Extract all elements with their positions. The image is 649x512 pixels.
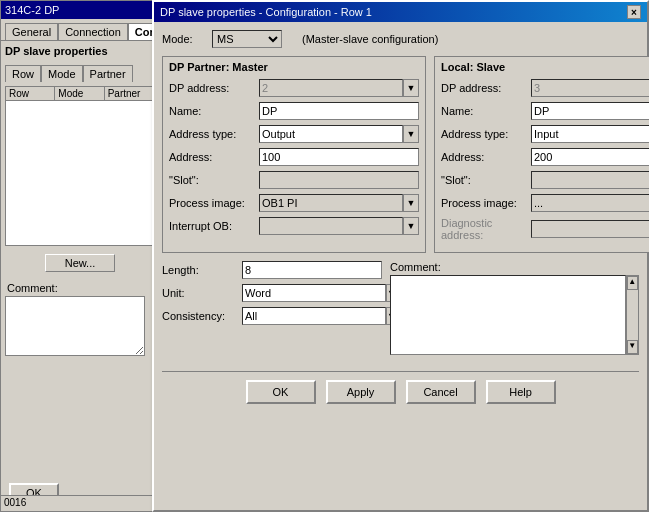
subtab-mode[interactable]: Mode <box>41 65 83 82</box>
mode-select[interactable]: MS <box>212 30 282 48</box>
slave-process-image-input[interactable] <box>531 194 649 212</box>
slave-name-input[interactable] <box>531 102 649 120</box>
unit-label: Unit: <box>162 287 242 299</box>
consistency-label: Consistency: <box>162 310 242 322</box>
local-slave-title: Local: Slave <box>441 61 649 73</box>
mode-label: Mode: <box>162 33 212 45</box>
master-address-row: Address: <box>169 148 419 166</box>
slave-process-image-wrap: ▼ <box>531 194 649 212</box>
master-dp-address-row: DP address: ▼ <box>169 79 419 97</box>
mode-description: (Master-slave configuration) <box>302 33 438 45</box>
comment-field[interactable] <box>390 275 626 355</box>
master-slot-row: "Slot": <box>169 171 419 189</box>
master-address-type-label: Address type: <box>169 128 259 140</box>
bg-table: Row Mode Partner <box>5 86 155 246</box>
tab-connection[interactable]: Connection <box>58 23 128 40</box>
master-interrupt-ob-label: Interrupt OB: <box>169 220 259 232</box>
dialog-titlebar: DP slave properties - Configuration - Ro… <box>154 2 647 22</box>
slave-diagnostic-address-label: Diagnostic address: <box>441 217 531 241</box>
slave-name-label: Name: <box>441 105 531 117</box>
scroll-up-btn[interactable]: ▲ <box>627 276 638 290</box>
dialog-title: DP slave properties - Configuration - Ro… <box>160 6 372 18</box>
dialog-body: Mode: MS (Master-slave configuration) DP… <box>154 22 647 412</box>
mode-row: Mode: MS (Master-slave configuration) <box>162 30 639 48</box>
slave-address-type-input[interactable] <box>531 125 649 143</box>
unit-input[interactable] <box>242 284 386 302</box>
col-mode: Mode <box>55 87 104 100</box>
master-address-type-input[interactable] <box>259 125 403 143</box>
master-slot-input[interactable] <box>259 171 419 189</box>
slave-diagnostic-address-row: Diagnostic address: <box>441 217 649 241</box>
slave-dp-address-row: DP address: <box>441 79 649 97</box>
master-process-image-wrap: ▼ <box>259 194 419 212</box>
background-window: 314C-2 DP General Connection Confi DP sl… <box>0 0 160 512</box>
master-interrupt-ob-dropdown[interactable]: ▼ <box>403 217 419 235</box>
action-buttons: OK Apply Cancel Help <box>162 371 639 404</box>
slave-address-row: Address: <box>441 148 649 166</box>
help-button[interactable]: Help <box>486 380 556 404</box>
subtab-row[interactable]: Row <box>5 65 41 82</box>
slave-slot-label: "Slot": <box>441 174 531 186</box>
slave-dp-address-input <box>531 79 649 97</box>
col-partner: Partner <box>105 87 154 100</box>
master-dp-address-input[interactable] <box>259 79 403 97</box>
slave-address-label: Address: <box>441 151 531 163</box>
master-dp-address-label: DP address: <box>169 82 259 94</box>
master-address-type-row: Address type: ▼ <box>169 125 419 143</box>
master-name-row: Name: <box>169 102 419 120</box>
master-name-label: Name: <box>169 105 259 117</box>
slave-name-row: Name: <box>441 102 649 120</box>
master-interrupt-ob-row: Interrupt OB: ▼ <box>169 217 419 235</box>
consistency-input[interactable] <box>242 307 386 325</box>
master-address-type-dropdown[interactable]: ▼ <box>403 125 419 143</box>
consistency-wrap: ▼ <box>242 307 382 325</box>
master-process-image-row: Process image: ▼ <box>169 194 419 212</box>
new-button[interactable]: New... <box>45 254 115 272</box>
slave-slot-row: "Slot": <box>441 171 649 189</box>
bg-titlebar: 314C-2 DP <box>1 1 159 19</box>
dp-partner-master-column: DP Partner: Master DP address: ▼ Name: A… <box>162 56 426 253</box>
apply-button[interactable]: Apply <box>326 380 396 404</box>
dp-partner-master-title: DP Partner: Master <box>169 61 419 73</box>
left-fields: Length: Unit: ▼ Consistency: ▼ <box>162 261 382 355</box>
master-slot-label: "Slot": <box>169 174 259 186</box>
comment-textarea[interactable] <box>5 296 145 356</box>
cancel-button[interactable]: Cancel <box>406 380 476 404</box>
master-address-label: Address: <box>169 151 259 163</box>
close-button[interactable]: × <box>627 5 641 19</box>
bottom-section: Length: Unit: ▼ Consistency: ▼ <box>162 261 639 355</box>
master-address-input[interactable] <box>259 148 419 166</box>
slave-address-input[interactable] <box>531 148 649 166</box>
slave-address-type-row: Address type: ▼ <box>441 125 649 143</box>
comment-section: Comment: ▲ ▼ <box>390 261 639 355</box>
bg-tabs: General Connection Confi <box>1 19 159 41</box>
slave-process-image-row: Process image: ▼ <box>441 194 649 212</box>
scroll-down-btn[interactable]: ▼ <box>627 340 638 354</box>
master-interrupt-ob-wrap: ▼ <box>259 217 419 235</box>
local-slave-column: Local: Slave DP address: Name: Address t… <box>434 56 649 253</box>
tab-general[interactable]: General <box>5 23 58 40</box>
new-btn-area: New... <box>1 250 159 276</box>
master-name-input[interactable] <box>259 102 419 120</box>
slave-slot-input[interactable] <box>531 171 649 189</box>
subtab-partner[interactable]: Partner <box>83 65 133 82</box>
comment-area: Comment: <box>5 280 155 358</box>
status-bar: 0016 <box>1 495 161 511</box>
slave-props-label: DP slave properties <box>1 41 159 61</box>
ok-button[interactable]: OK <box>246 380 316 404</box>
master-interrupt-ob-input[interactable] <box>259 217 403 235</box>
comment-label: Comment: <box>5 280 155 296</box>
comment-scrollbar-area: ▲ ▼ <box>390 275 639 355</box>
length-label: Length: <box>162 264 242 276</box>
length-input[interactable] <box>242 261 382 279</box>
columns-wrapper: DP Partner: Master DP address: ▼ Name: A… <box>162 56 639 253</box>
slave-dp-address-label: DP address: <box>441 82 531 94</box>
slave-address-type-label: Address type: <box>441 128 531 140</box>
master-process-image-input[interactable] <box>259 194 403 212</box>
comment-scrollbar: ▲ ▼ <box>626 275 639 355</box>
master-dp-address-dropdown[interactable]: ▼ <box>403 79 419 97</box>
col-row: Row <box>6 87 55 100</box>
master-process-image-dropdown[interactable]: ▼ <box>403 194 419 212</box>
slave-process-image-label: Process image: <box>441 197 531 209</box>
length-row: Length: <box>162 261 382 279</box>
